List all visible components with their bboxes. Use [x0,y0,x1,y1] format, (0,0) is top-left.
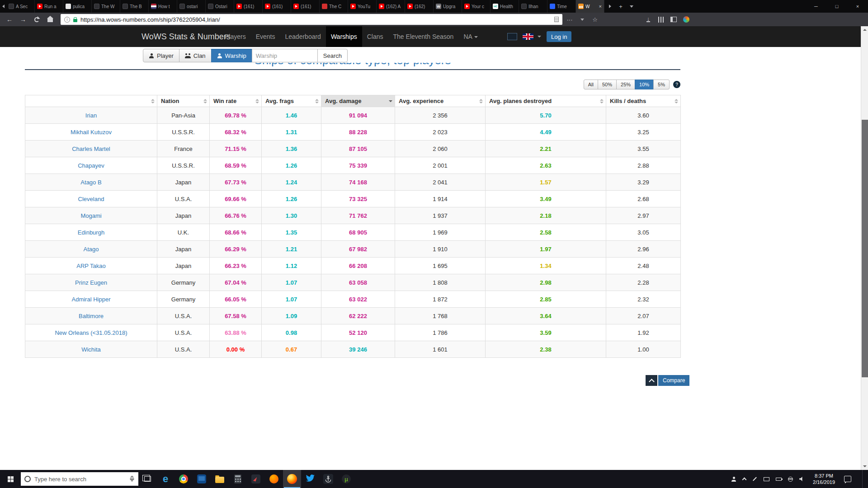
column-header-kills-deaths[interactable]: Kills / deaths [606,95,681,107]
ship-link[interactable]: New Orleans (<31.05.2018) [55,329,127,336]
battery-icon[interactable] [776,478,782,481]
tab-close-icon[interactable]: × [599,4,602,9]
tab-scroll-left-icon[interactable] [0,0,6,13]
browser-tab[interactable]: Ostari [206,0,234,13]
nav-item-leaderboard[interactable]: Leaderboard [280,26,326,47]
column-header-avg-damage[interactable]: Avg. damage [321,95,395,107]
nav-item-clans[interactable]: Clans [362,26,388,47]
tab-scroll-right-icon[interactable] [604,0,615,13]
wows-icon[interactable] [319,470,337,488]
game-icon[interactable] [247,470,265,488]
ship-link[interactable]: Cleveland [78,196,104,202]
pen-icon[interactable] [752,479,757,479]
browser-tab[interactable]: Your c [462,0,491,13]
ship-link[interactable]: Irian [85,112,97,119]
help-icon[interactable]: ? [673,81,680,88]
browser-tab[interactable]: YouTu [348,0,377,13]
scroll-to-top-button[interactable] [646,375,657,386]
column-header-avg-planes-destroyed[interactable]: Avg. planes destroyed [486,95,606,107]
browser-tab[interactable]: Run a [35,0,63,13]
sidebar-icon[interactable] [668,17,679,22]
filter-all-button[interactable]: All [584,80,598,89]
list-tabs-icon[interactable] [626,0,637,13]
utorrent-icon[interactable]: µ [337,470,355,488]
browser-tab[interactable]: Upgra [434,0,462,13]
column-header-avg-experience[interactable]: Avg. experience [395,95,486,107]
filter-50-button[interactable]: 50% [598,80,617,89]
people-icon[interactable] [731,477,736,482]
url-bar[interactable]: i https://na.wows-numbers.com/ship/37622… [61,14,562,25]
ship-link[interactable]: Mikhail Kutuzov [71,129,112,136]
nav-item-the-eleventh-season[interactable]: The Eleventh Season [388,26,459,47]
filter-5-button[interactable]: 5% [653,80,670,89]
browser-tab[interactable]: (162) A [377,0,405,13]
browser-tab[interactable]: (162) [405,0,434,13]
browser-tab[interactable]: Ilhan [519,0,547,13]
movies-tv-icon[interactable] [193,470,211,488]
ship-link[interactable]: Admiral Hipper [72,296,111,303]
reader-view-icon[interactable] [554,17,559,22]
speaker-icon[interactable] [799,477,804,481]
ship-link[interactable]: Edinburgh [78,229,104,236]
browser-tab[interactable]: (161) [263,0,291,13]
new-tab-button[interactable]: + [615,0,626,13]
chrome-icon[interactable] [175,470,193,488]
browser-tab[interactable]: Time [547,0,576,13]
login-button[interactable]: Log in [547,31,571,42]
taskbar-clock[interactable]: 8:37 PM 2/16/2019 [813,473,835,485]
twitter-icon[interactable] [301,470,319,488]
close-button[interactable]: × [847,0,868,13]
task-view-button[interactable] [138,470,156,488]
downloads-icon[interactable]: ↓ [643,17,654,22]
extension-icon[interactable] [681,16,692,23]
firefox-icon[interactable] [283,470,301,488]
browser-tab[interactable]: The W [92,0,120,13]
library-icon[interactable] [656,17,666,23]
chevron-icon[interactable] [743,477,746,481]
browser-tab[interactable]: How t [149,0,177,13]
ship-link[interactable]: Mogami [80,212,101,219]
reload-button[interactable] [31,14,42,25]
pocket-icon[interactable] [577,19,588,21]
nav-item-na[interactable]: NA [458,26,482,47]
browser-tab[interactable]: The C [320,0,348,13]
column-header-nation[interactable]: Nation [157,95,210,107]
browser-tab[interactable]: W× [576,0,604,13]
compare-button[interactable]: Compare [658,375,689,386]
mode-clan-button[interactable]: Clan [179,49,212,62]
action-center-icon[interactable] [844,476,851,482]
start-button[interactable] [0,470,21,488]
home-button[interactable] [44,14,56,25]
scrollbar-down-icon[interactable] [861,463,868,470]
browser-tab[interactable]: A Sec [6,0,35,13]
file-explorer-icon[interactable] [211,470,229,488]
column-header-avg-frags[interactable]: Avg. frags [262,95,321,107]
forward-button[interactable]: → [17,14,29,25]
ship-link[interactable]: Chapayev [78,162,104,169]
ship-link[interactable]: Atago B [80,179,101,186]
scrollbar-thumb[interactable] [862,120,868,377]
site-brand[interactable]: WoWS Stats & Numbers [142,26,231,47]
ship-link[interactable]: Atago [84,246,99,253]
ship-link[interactable]: Wichita [81,346,101,353]
edge-icon[interactable]: e [156,470,175,488]
browser-tab[interactable]: Health [491,0,519,13]
mode-warship-button[interactable]: Warship [211,49,252,62]
globe-icon[interactable] [788,477,793,482]
ship-link[interactable]: ARP Takao [76,263,106,269]
browser-tab[interactable]: The B [120,0,149,13]
search-button[interactable]: Search [317,49,348,62]
taskbar-search[interactable]: Type here to search [21,472,138,486]
site-info-icon[interactable]: i [64,17,70,23]
monitor-icon[interactable] [764,477,769,481]
minimize-button[interactable]: ─ [806,0,826,13]
calculator-icon[interactable] [229,470,247,488]
show-desktop-button[interactable] [862,470,864,488]
column-header-blank[interactable] [25,95,157,107]
orange-app-icon[interactable] [265,470,283,488]
browser-tab[interactable]: ostari [177,0,206,13]
bookmark-star-icon[interactable]: ☆ [590,16,600,23]
page-actions-icon[interactable]: ··· [564,16,575,23]
nav-item-warships[interactable]: Warships [326,26,362,47]
filter-10-button[interactable]: 10% [635,80,654,89]
